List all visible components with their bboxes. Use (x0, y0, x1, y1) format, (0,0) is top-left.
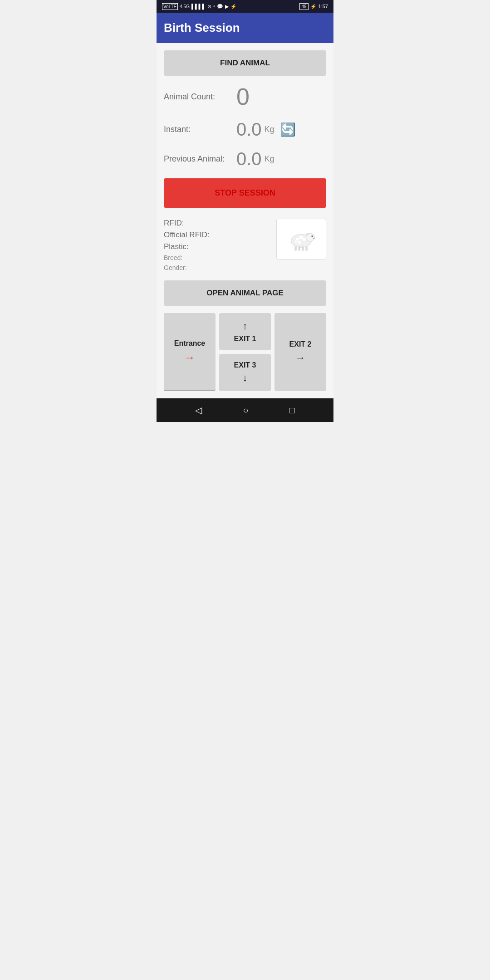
refresh-icon[interactable]: 🔄 (280, 122, 296, 137)
page-title: Birth Session (164, 21, 326, 35)
status-left: VoLTE 4.5G ▌▌▌▌ ⊙ ¹ 💬 ▶ ⚡ (162, 3, 237, 10)
wifi-icon: ⊙ (207, 4, 211, 10)
gender-field: Gender: (164, 264, 210, 271)
main-content: FIND ANIMAL Animal Count: 0 Instant: 0.0… (157, 43, 333, 398)
network-speed: 4.5G (180, 4, 190, 9)
stop-session-button[interactable]: STOP SESSION (164, 178, 326, 208)
open-animal-page-button[interactable]: OPEN ANIMAL PAGE (164, 280, 326, 306)
status-right: 49 ⚡ 1:57 (299, 3, 328, 10)
signal-icon: ▌▌▌▌ (191, 4, 206, 9)
previous-animal-unit: Kg (265, 154, 274, 164)
exit2-label: EXIT 2 (289, 340, 312, 348)
whatsapp-icon: 💬 (217, 4, 223, 10)
entrance-button[interactable]: Entrance → (164, 313, 216, 391)
animal-info-left: RFID: Official RFID: Plastic: Breed: Gen… (164, 219, 210, 271)
back-button[interactable]: ◁ (195, 405, 202, 416)
app-header: Birth Session (157, 13, 333, 43)
recents-button[interactable]: □ (289, 405, 295, 416)
find-animal-button[interactable]: FIND ANIMAL (164, 50, 326, 76)
sheep-svg (283, 225, 319, 253)
bottom-navigation: ◁ ○ □ (157, 398, 333, 422)
official-rfid-field: Official RFID: (164, 230, 210, 240)
animal-count-value: 0 (236, 83, 250, 110)
instant-row: Instant: 0.0 Kg 🔄 (164, 118, 326, 142)
charging-icon: ⚡ (310, 4, 317, 10)
svg-rect-7 (302, 246, 304, 251)
exit1-button[interactable]: ↑ EXIT 1 (219, 313, 271, 350)
svg-point-15 (313, 238, 314, 239)
rfid-field: RFID: (164, 219, 210, 228)
volte-indicator: VoLTE (162, 3, 178, 10)
animal-info-section: RFID: Official RFID: Plastic: Breed: Gen… (164, 215, 326, 275)
svg-point-16 (314, 238, 314, 239)
previous-animal-label: Previous Animal: (164, 154, 236, 164)
exit3-arrow-icon: ↓ (243, 372, 248, 384)
instant-unit: Kg (265, 125, 274, 134)
svg-point-14 (313, 238, 315, 239)
animal-count-row: Animal Count: 0 (164, 81, 326, 112)
svg-rect-5 (295, 246, 297, 251)
svg-rect-8 (306, 246, 308, 251)
home-button[interactable]: ○ (243, 405, 248, 416)
exit3-button[interactable]: EXIT 3 ↓ (219, 354, 271, 391)
exit3-label: EXIT 3 (234, 361, 256, 369)
entrance-arrow-icon: → (184, 351, 195, 364)
svg-point-13 (298, 240, 301, 244)
sheep-image (276, 219, 326, 260)
svg-rect-6 (299, 246, 300, 251)
svg-point-3 (312, 236, 312, 236)
svg-point-11 (302, 238, 306, 241)
exit2-arrow-icon: → (295, 352, 305, 364)
plastic-field: Plastic: (164, 242, 210, 251)
instant-value: 0.0 (236, 119, 262, 140)
exit1-label: EXIT 1 (234, 335, 256, 343)
youtube-icon: ▶ (225, 4, 229, 10)
clock: 1:57 (318, 4, 328, 9)
status-bar: VoLTE 4.5G ▌▌▌▌ ⊙ ¹ 💬 ▶ ⚡ 49 ⚡ 1:57 (157, 0, 333, 13)
entrance-label: Entrance (174, 339, 205, 348)
exit2-button[interactable]: EXIT 2 → (274, 313, 326, 391)
usb-icon: ⚡ (230, 4, 237, 10)
breed-field: Breed: (164, 254, 210, 261)
instant-label: Instant: (164, 125, 236, 134)
exit1-arrow-icon: ↑ (243, 320, 248, 332)
previous-animal-value: 0.0 (236, 149, 262, 169)
battery-indicator: 49 (299, 3, 308, 10)
animal-count-label: Animal Count: (164, 92, 236, 102)
notification-icon: ¹ (213, 4, 215, 9)
previous-animal-row: Previous Animal: 0.0 Kg (164, 147, 326, 171)
svg-point-12 (294, 240, 297, 243)
direction-grid: Entrance → ↑ EXIT 1 EXIT 2 → EXIT 3 ↓ (164, 313, 326, 391)
